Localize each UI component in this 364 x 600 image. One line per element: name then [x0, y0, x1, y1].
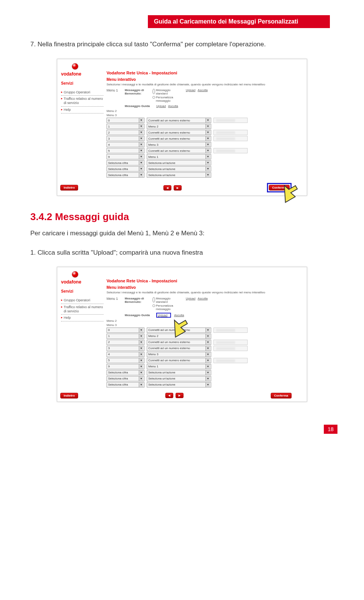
- sidebar-item-help[interactable]: Help: [61, 315, 104, 321]
- digit-select[interactable]: 9▼: [107, 154, 144, 159]
- action-select[interactable]: Menu 3▼: [147, 352, 211, 357]
- digit-select[interactable]: 3▼: [107, 136, 144, 141]
- table-row: 2▼Connetti ad un numero esterno▼: [107, 340, 300, 345]
- table-row: 1▼Menu 2▼: [107, 334, 300, 339]
- digit-select[interactable]: 2▼: [107, 340, 144, 345]
- next-button[interactable]: ►: [174, 185, 182, 191]
- action-select[interactable]: Seleziona un'azione▼: [147, 376, 211, 381]
- digit-select[interactable]: 1▼: [107, 334, 144, 339]
- digit-select[interactable]: Seleziona cifra▼: [107, 166, 144, 172]
- digit-select[interactable]: 0▼: [107, 118, 144, 123]
- action-select[interactable]: Menu 3▼: [147, 142, 211, 147]
- external-number[interactable]: [213, 148, 248, 153]
- digit-table: 0▼Connetti ad un numero esterno▼1▼Menu 2…: [107, 328, 303, 387]
- external-number[interactable]: [213, 118, 248, 123]
- prev-button[interactable]: ◄: [165, 393, 173, 398]
- radio-standard[interactable]: Messaggio standard: [152, 297, 183, 304]
- upload-link[interactable]: Upload: [158, 313, 167, 317]
- section-intro: Per caricare i messaggi guida del Menù 1…: [30, 228, 334, 238]
- menu3-label: Menu 3: [107, 113, 303, 117]
- table-row: Seleziona cifra▼Seleziona un'azione▼: [107, 376, 300, 381]
- svg-marker-1: [168, 315, 190, 337]
- action-select[interactable]: Connetti ad un numero esterno▼: [147, 340, 211, 345]
- external-number[interactable]: [213, 358, 248, 363]
- action-select[interactable]: Menu 1▼: [147, 364, 211, 369]
- action-select[interactable]: Connetti ad un numero esterno▼: [147, 118, 211, 123]
- digit-select[interactable]: Seleziona cifra▼: [107, 172, 144, 178]
- action-select[interactable]: Seleziona un'azione▼: [147, 382, 211, 387]
- external-number[interactable]: [213, 136, 248, 141]
- digit-select[interactable]: 0▼: [107, 328, 144, 333]
- digit-select[interactable]: Seleziona cifra▼: [107, 376, 144, 381]
- prev-button[interactable]: ◄: [163, 185, 171, 191]
- digit-select[interactable]: 1▼: [107, 124, 144, 129]
- table-row: 9▼Menu 1▼: [107, 364, 300, 369]
- action-select[interactable]: Connetti ad un numero esterno▼: [147, 358, 211, 363]
- servizi-heading: Servizi: [61, 81, 104, 85]
- benvenuto-label: Messaggio di Benvenuto:: [125, 88, 149, 95]
- action-select[interactable]: Connetti ad un numero esterno▼: [147, 130, 211, 135]
- sidebar-item-gruppo[interactable]: Gruppo Operatori: [61, 89, 104, 96]
- table-row: 0▼Connetti ad un numero esterno▼: [107, 328, 300, 333]
- digit-select[interactable]: 2▼: [107, 130, 144, 135]
- action-select[interactable]: Seleziona un'azione▼: [147, 172, 211, 178]
- servizi-heading: Servizi: [61, 289, 104, 293]
- step-7-text: 7. Nella finestra principale clicca sul …: [30, 39, 334, 49]
- guida-links[interactable]: UploadAscolta: [156, 104, 180, 108]
- benv-links[interactable]: UploadAscolta: [186, 88, 210, 92]
- radio-personalizza[interactable]: Personalizza messaggio: [152, 96, 183, 102]
- benv-links[interactable]: UploadAscolta: [186, 297, 210, 300]
- digit-select[interactable]: 5▼: [107, 148, 144, 153]
- action-select[interactable]: Connetti ad un numero esterno▼: [147, 136, 211, 141]
- app-title: Vodafone Rete Unica - Impostazioni: [107, 71, 303, 75]
- page-number: 18: [324, 425, 337, 434]
- app-description: Seleziona i messaggi e le modalità di ge…: [107, 291, 303, 294]
- table-row: 4▼Menu 3▼: [107, 352, 300, 357]
- vodafone-logo: vodafone: [61, 271, 95, 285]
- app-description: Seleziona i messaggi e le modalità di ge…: [107, 83, 303, 87]
- digit-select[interactable]: Seleziona cifra▼: [107, 160, 144, 165]
- digit-select[interactable]: 4▼: [107, 142, 144, 147]
- app-title: Vodafone Rete Unica - Impostazioni: [107, 279, 303, 283]
- sidebar-item-traffico[interactable]: Traffico relativo al numero di servizio: [61, 96, 104, 107]
- sidebar-item-help[interactable]: Help: [61, 107, 104, 113]
- external-number[interactable]: [213, 328, 248, 333]
- digit-select[interactable]: 5▼: [107, 358, 144, 363]
- conferma-button[interactable]: Conferma: [271, 393, 292, 398]
- digit-select[interactable]: Seleziona cifra▼: [107, 370, 144, 375]
- digit-select[interactable]: 4▼: [107, 352, 144, 357]
- radio-standard[interactable]: Messaggio standard: [152, 88, 183, 95]
- next-button[interactable]: ►: [176, 393, 184, 398]
- action-select[interactable]: Connetti ad un numero esterno▼: [147, 148, 211, 153]
- app-subtitle: Menu interattivo: [107, 77, 303, 82]
- table-row: Seleziona cifra▼Seleziona un'azione▼: [107, 160, 300, 165]
- menu2-label: Menu 2: [107, 109, 303, 113]
- external-number[interactable]: [213, 346, 248, 351]
- sidebar-item-gruppo[interactable]: Gruppo Operatori: [61, 297, 104, 304]
- table-row: 5▼Connetti ad un numero esterno▼: [107, 358, 300, 363]
- cursor-icon: [167, 315, 190, 338]
- radio-personalizza[interactable]: Personalizza messaggio: [152, 304, 183, 311]
- screenshot-2: vodafone Servizi Gruppo Operatori Traffi…: [57, 267, 307, 402]
- action-select[interactable]: Seleziona un'azione▼: [147, 160, 211, 165]
- action-select[interactable]: Seleziona un'azione▼: [147, 166, 211, 172]
- menu1-label: Menu 1: [107, 88, 122, 92]
- section-heading: 3.4.2 Messaggi guida: [30, 211, 334, 223]
- action-select[interactable]: Connetti ad un numero esterno▼: [147, 346, 211, 351]
- indietro-button[interactable]: Indietro: [60, 393, 78, 398]
- digit-select[interactable]: 9▼: [107, 364, 144, 369]
- external-number[interactable]: [213, 130, 248, 135]
- digit-select[interactable]: Seleziona cifra▼: [107, 382, 144, 387]
- sidebar-item-traffico[interactable]: Traffico relativo al numero di servizio: [61, 304, 104, 315]
- action-select[interactable]: Menu 1▼: [147, 154, 211, 159]
- app-subtitle: Menu interattivo: [107, 285, 303, 290]
- cursor-icon: [277, 181, 300, 203]
- doc-header: Guida al Caricamento dei Messaggi Person…: [148, 15, 330, 28]
- action-select[interactable]: Seleziona un'azione▼: [147, 370, 211, 375]
- indietro-button[interactable]: Indietro: [60, 185, 78, 191]
- action-select[interactable]: Menu 2▼: [147, 124, 211, 129]
- external-number[interactable]: [213, 340, 248, 345]
- table-row: Seleziona cifra▼Seleziona un'azione▼: [107, 172, 300, 178]
- vodafone-logo: vodafone: [61, 63, 95, 77]
- digit-select[interactable]: 3▼: [107, 346, 144, 351]
